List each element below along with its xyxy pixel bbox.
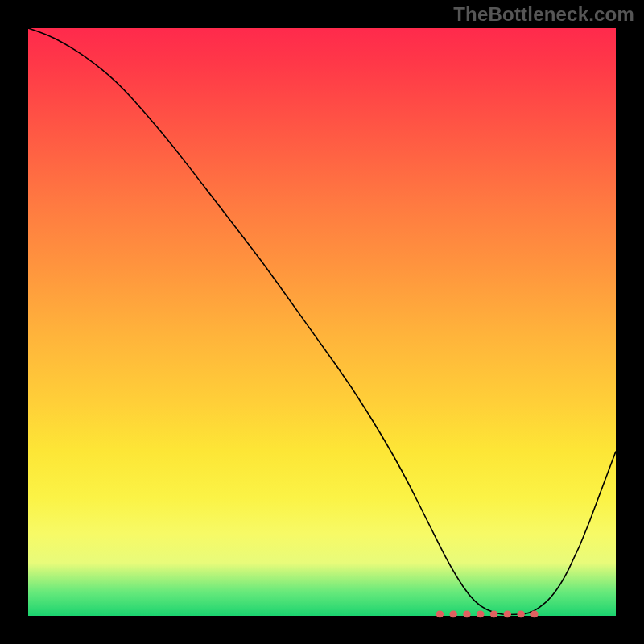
chart-svg xyxy=(28,28,616,616)
chart-frame: TheBottleneck.com xyxy=(0,0,644,644)
plot-area xyxy=(28,28,616,616)
bottleneck-curve xyxy=(28,28,616,615)
watermark-text: TheBottleneck.com xyxy=(453,3,634,26)
